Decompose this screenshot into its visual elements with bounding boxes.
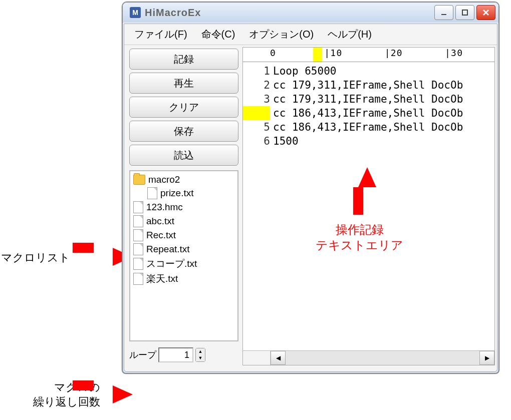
tree-folder[interactable]: macro2 [131, 173, 236, 186]
menubar: ファイル(F) 命令(C) オプション(O) ヘルプ(H) [124, 24, 497, 45]
annotation-editor: 操作記録 テキストエリア [316, 222, 403, 253]
load-button[interactable]: 読込 [129, 145, 238, 166]
line-body: Loop 65000 [273, 64, 494, 78]
code-line[interactable]: 5 cc 186,413,IEFrame,Shell DocOb [243, 120, 494, 134]
titlebar[interactable]: M HiMacroEx [123, 3, 498, 23]
close-button[interactable] [476, 5, 495, 20]
code-line[interactable]: 6 1500 [243, 134, 494, 148]
scroll-right-button[interactable]: ▶ [479, 351, 494, 365]
maximize-button[interactable] [455, 5, 474, 20]
loop-label: ループ [129, 349, 156, 361]
ruler-text: 0 |10 |20 |30 [270, 48, 463, 58]
scroll-track[interactable] [286, 351, 479, 365]
left-pane: 記録 再生 クリア 保存 読込 macro2 prize.txt [126, 47, 241, 365]
tree-file-label: スコープ.txt [146, 257, 197, 270]
horizontal-scrollbar[interactable]: ◀ ▶ [243, 350, 494, 365]
line-number: 3 [243, 92, 273, 106]
loop-spinner[interactable]: ▲ ▼ [195, 348, 205, 362]
menu-help[interactable]: ヘルプ(H) [321, 26, 379, 43]
arrow-editor [358, 167, 376, 187]
svg-rect-1 [462, 10, 467, 15]
line-number: 5 [243, 120, 273, 134]
code-editor[interactable]: 1 Loop 65000 2 cc 179,311,IEFrame,Shell … [243, 62, 494, 350]
scroll-gutter [243, 351, 271, 365]
tree-file-label: 123.hmc [146, 202, 183, 213]
code-line[interactable]: 4 cc 186,413,IEFrame,Shell DocOb [243, 106, 494, 120]
tree-file-label: Repeat.txt [146, 244, 190, 255]
scroll-left-button[interactable]: ◀ [271, 351, 286, 365]
svg-rect-0 [441, 14, 446, 15]
app-icon: M [130, 7, 141, 18]
line-body: cc 179,311,IEFrame,Shell DocOb [273, 92, 494, 106]
ruler: 0 |10 |20 |30 [243, 48, 494, 62]
minimize-icon [440, 9, 447, 16]
file-icon [133, 201, 143, 213]
tree-file[interactable]: 123.hmc [131, 200, 236, 214]
loop-input[interactable]: 1 [158, 347, 193, 362]
clear-button[interactable]: クリア [129, 97, 238, 118]
tree-file[interactable]: abc.txt [131, 214, 236, 228]
spin-down-icon[interactable]: ▼ [196, 355, 205, 361]
file-icon [133, 273, 143, 285]
tree-file[interactable]: prize.txt [131, 186, 236, 200]
menu-option[interactable]: オプション(O) [242, 26, 321, 43]
tree-file[interactable]: スコープ.txt [131, 256, 236, 271]
code-line[interactable]: 2 cc 179,311,IEFrame,Shell DocOb [243, 78, 494, 92]
file-icon [133, 215, 143, 227]
line-body: cc 186,413,IEFrame,Shell DocOb [273, 120, 494, 134]
tree-file-label: prize.txt [160, 188, 194, 199]
loop-row: ループ 1 ▲ ▼ [126, 344, 241, 365]
line-number: 2 [243, 78, 273, 92]
line-body: 1500 [273, 134, 494, 148]
editor-pane: 0 |10 |20 |30 1 Loop 65000 2 cc 179,311,… [242, 47, 495, 365]
tree-file[interactable]: Rec.txt [131, 228, 236, 242]
arrow-loop-count [113, 385, 133, 403]
folder-icon [133, 175, 145, 185]
tree-file-label: Rec.txt [146, 230, 176, 241]
code-line[interactable]: 1 Loop 65000 [243, 64, 494, 78]
file-icon [133, 243, 143, 255]
file-tree[interactable]: macro2 prize.txt 123.hmc abc.txt [129, 170, 238, 341]
menu-file[interactable]: ファイル(F) [127, 26, 194, 43]
maximize-icon [461, 9, 468, 16]
annotation-macro-list: マクロリスト [0, 250, 70, 265]
spin-up-icon[interactable]: ▲ [196, 348, 205, 355]
current-line-highlight [243, 106, 270, 120]
save-button[interactable]: 保存 [129, 121, 238, 142]
minimize-button[interactable] [434, 5, 453, 20]
tree-file-label: abc.txt [146, 216, 174, 227]
tree-file-label: 楽天.txt [146, 272, 178, 285]
file-icon [133, 229, 143, 241]
line-number: 1 [243, 64, 273, 78]
line-number: 6 [243, 134, 273, 148]
file-icon [147, 187, 157, 199]
app-window: M HiMacroEx ファイル(F) 命令(C) オプション(O) ヘルプ(H… [122, 2, 499, 374]
play-button[interactable]: 再生 [129, 73, 238, 94]
tree-file[interactable]: 楽天.txt [131, 271, 236, 286]
tree-folder-label: macro2 [148, 174, 180, 185]
close-icon [482, 9, 490, 17]
line-body: cc 186,413,IEFrame,Shell DocOb [273, 106, 494, 120]
record-button[interactable]: 記録 [129, 49, 238, 70]
tree-file[interactable]: Repeat.txt [131, 242, 236, 256]
code-line[interactable]: 3 cc 179,311,IEFrame,Shell DocOb [243, 92, 494, 106]
window-title: HiMacroEx [145, 7, 432, 19]
menu-command[interactable]: 命令(C) [194, 26, 242, 43]
line-body: cc 179,311,IEFrame,Shell DocOb [273, 78, 494, 92]
file-icon [133, 258, 143, 270]
